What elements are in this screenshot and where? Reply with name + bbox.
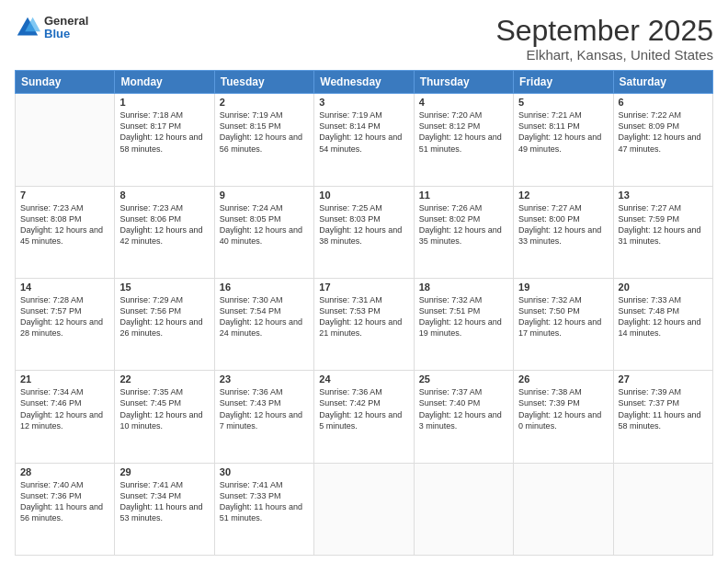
sunset-text: Sunset: 8:06 PM — [119, 214, 181, 224]
day-number: 24 — [319, 373, 408, 385]
sunset-text: Sunset: 7:37 PM — [619, 398, 680, 408]
daylight-text: Daylight: 12 hours and 58 minutes. — [119, 132, 202, 153]
day-number: 3 — [319, 97, 408, 108]
daylight-text: Daylight: 12 hours and 35 minutes. — [419, 225, 502, 246]
day-info: Sunrise: 7:33 AMSunset: 7:48 PMDaylight:… — [619, 294, 708, 339]
sunset-text: Sunset: 7:42 PM — [319, 398, 381, 408]
day-info: Sunrise: 7:41 AMSunset: 7:33 PMDaylight:… — [220, 479, 309, 524]
sunrise-text: Sunrise: 7:39 AM — [619, 387, 682, 396]
calendar-week-row: 1Sunrise: 7:18 AMSunset: 8:17 PMDaylight… — [16, 94, 713, 186]
daylight-text: Daylight: 11 hours and 56 minutes. — [20, 502, 103, 523]
daylight-text: Daylight: 12 hours and 38 minutes. — [319, 225, 402, 246]
day-number: 14 — [20, 282, 109, 293]
day-info: Sunrise: 7:22 AMSunset: 8:09 PMDaylight:… — [619, 109, 708, 155]
day-info: Sunrise: 7:29 AMSunset: 7:56 PMDaylight:… — [119, 294, 209, 339]
col-sunday: Sunday — [16, 71, 115, 94]
table-row: 14Sunrise: 7:28 AMSunset: 7:57 PMDayligh… — [16, 278, 115, 370]
day-info: Sunrise: 7:36 AMSunset: 7:42 PMDaylight:… — [319, 386, 408, 431]
day-number: 10 — [319, 190, 408, 201]
day-number: 12 — [518, 190, 608, 201]
table-row: 11Sunrise: 7:26 AMSunset: 8:02 PMDayligh… — [414, 186, 513, 278]
sunrise-text: Sunrise: 7:38 AM — [518, 387, 582, 396]
table-row: 29Sunrise: 7:41 AMSunset: 7:34 PMDayligh… — [115, 463, 214, 555]
day-number: 16 — [220, 282, 309, 293]
table-row: 30Sunrise: 7:41 AMSunset: 7:33 PMDayligh… — [214, 463, 313, 555]
sunrise-text: Sunrise: 7:23 AM — [20, 203, 84, 213]
col-saturday: Saturday — [613, 71, 712, 94]
sunset-text: Sunset: 8:12 PM — [419, 121, 481, 131]
day-info: Sunrise: 7:19 AMSunset: 8:15 PMDaylight:… — [220, 109, 309, 155]
logo-general-text: General — [44, 15, 88, 28]
logo: General Blue — [15, 15, 88, 41]
day-number: 6 — [619, 97, 708, 108]
day-number: 13 — [619, 190, 708, 201]
sunrise-text: Sunrise: 7:24 AM — [220, 203, 283, 213]
sunrise-text: Sunrise: 7:20 AM — [419, 110, 483, 120]
daylight-text: Daylight: 12 hours and 19 minutes. — [419, 317, 502, 338]
table-row: 10Sunrise: 7:25 AMSunset: 8:03 PMDayligh… — [314, 186, 414, 278]
table-row: 16Sunrise: 7:30 AMSunset: 7:54 PMDayligh… — [214, 278, 313, 370]
day-info: Sunrise: 7:37 AMSunset: 7:40 PMDaylight:… — [419, 386, 508, 431]
daylight-text: Daylight: 12 hours and 14 minutes. — [619, 317, 701, 338]
day-info: Sunrise: 7:19 AMSunset: 8:14 PMDaylight:… — [319, 109, 408, 155]
sunrise-text: Sunrise: 7:32 AM — [518, 295, 582, 304]
sunrise-text: Sunrise: 7:34 AM — [20, 387, 84, 396]
table-row: 23Sunrise: 7:36 AMSunset: 7:43 PMDayligh… — [214, 371, 313, 463]
sunset-text: Sunset: 7:56 PM — [119, 306, 181, 316]
sunset-text: Sunset: 8:05 PM — [220, 214, 281, 224]
sunset-text: Sunset: 7:50 PM — [518, 306, 580, 316]
table-row: 7Sunrise: 7:23 AMSunset: 8:08 PMDaylight… — [16, 186, 115, 278]
table-row: 20Sunrise: 7:33 AMSunset: 7:48 PMDayligh… — [613, 278, 712, 370]
table-row: 6Sunrise: 7:22 AMSunset: 8:09 PMDaylight… — [613, 94, 712, 186]
sunrise-text: Sunrise: 7:32 AM — [419, 295, 483, 304]
day-number: 2 — [220, 97, 309, 108]
sunrise-text: Sunrise: 7:18 AM — [119, 110, 183, 120]
day-info: Sunrise: 7:35 AMSunset: 7:45 PMDaylight:… — [119, 386, 209, 431]
sunrise-text: Sunrise: 7:36 AM — [319, 387, 382, 396]
sunrise-text: Sunrise: 7:29 AM — [119, 295, 183, 304]
header: General Blue September 2025 Elkhart, Kan… — [15, 15, 713, 63]
table-row: 8Sunrise: 7:23 AMSunset: 8:06 PMDaylight… — [115, 186, 214, 278]
table-row: 25Sunrise: 7:37 AMSunset: 7:40 PMDayligh… — [414, 371, 513, 463]
day-number: 1 — [119, 97, 209, 108]
sunrise-text: Sunrise: 7:35 AM — [119, 387, 183, 396]
sunrise-text: Sunrise: 7:26 AM — [419, 203, 483, 213]
day-number: 8 — [119, 190, 209, 201]
sunset-text: Sunset: 7:43 PM — [220, 398, 281, 408]
daylight-text: Daylight: 11 hours and 58 minutes. — [619, 410, 701, 431]
table-row — [414, 463, 513, 555]
daylight-text: Daylight: 12 hours and 26 minutes. — [119, 317, 202, 338]
sunrise-text: Sunrise: 7:28 AM — [20, 295, 84, 304]
daylight-text: Daylight: 12 hours and 7 minutes. — [220, 410, 302, 431]
sunset-text: Sunset: 7:46 PM — [20, 398, 82, 408]
day-info: Sunrise: 7:32 AMSunset: 7:50 PMDaylight:… — [518, 294, 608, 339]
table-row: 15Sunrise: 7:29 AMSunset: 7:56 PMDayligh… — [115, 278, 214, 370]
table-row: 12Sunrise: 7:27 AMSunset: 8:00 PMDayligh… — [514, 186, 613, 278]
page-title: September 2025 — [495, 15, 713, 47]
col-friday: Friday — [514, 71, 613, 94]
page: General Blue September 2025 Elkhart, Kan… — [0, 0, 728, 563]
daylight-text: Daylight: 11 hours and 53 minutes. — [119, 502, 202, 523]
day-info: Sunrise: 7:21 AMSunset: 8:11 PMDaylight:… — [518, 109, 608, 155]
day-info: Sunrise: 7:28 AMSunset: 7:57 PMDaylight:… — [20, 294, 109, 339]
day-info: Sunrise: 7:34 AMSunset: 7:46 PMDaylight:… — [20, 386, 109, 431]
day-info: Sunrise: 7:41 AMSunset: 7:34 PMDaylight:… — [119, 479, 209, 524]
day-number: 18 — [419, 282, 508, 293]
sunrise-text: Sunrise: 7:37 AM — [419, 387, 483, 396]
col-wednesday: Wednesday — [314, 71, 414, 94]
daylight-text: Daylight: 12 hours and 10 minutes. — [119, 410, 202, 431]
sunrise-text: Sunrise: 7:22 AM — [619, 110, 682, 120]
sunset-text: Sunset: 8:00 PM — [518, 214, 580, 224]
day-number: 30 — [220, 466, 309, 477]
day-number: 11 — [419, 190, 508, 201]
calendar-week-row: 21Sunrise: 7:34 AMSunset: 7:46 PMDayligh… — [16, 371, 713, 463]
day-number: 23 — [220, 373, 309, 385]
day-number: 19 — [518, 282, 608, 293]
sunset-text: Sunset: 7:39 PM — [518, 398, 580, 408]
table-row: 1Sunrise: 7:18 AMSunset: 8:17 PMDaylight… — [115, 94, 214, 186]
sunset-text: Sunset: 8:17 PM — [119, 121, 181, 131]
sunrise-text: Sunrise: 7:23 AM — [119, 203, 183, 213]
table-row — [16, 94, 115, 186]
daylight-text: Daylight: 12 hours and 42 minutes. — [119, 225, 202, 246]
sunrise-text: Sunrise: 7:25 AM — [319, 203, 382, 213]
